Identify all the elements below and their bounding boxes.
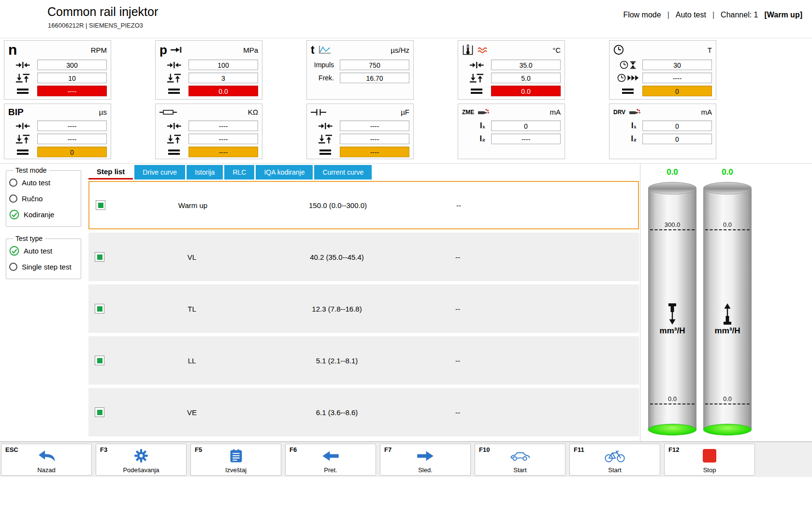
step-row-warm-up[interactable]: Warm up 150.0 (0.0--300.0) -- <box>88 181 639 229</box>
tab-rlc[interactable]: RLC <box>224 165 254 179</box>
option-label: Ručno <box>22 194 43 203</box>
i2-label: I₂ <box>462 134 491 143</box>
step-row-ll[interactable]: LL 5.1 (2.1--8.1) -- <box>88 336 639 385</box>
stop-icon <box>665 448 754 464</box>
page-title: Common rail injektor <box>47 5 158 19</box>
radio-icon[interactable] <box>9 263 17 271</box>
bip-actual-field: 0 <box>37 147 107 157</box>
test-type-title: Test type <box>13 235 45 242</box>
step-checkbox[interactable] <box>95 252 104 262</box>
impuls-label: Impuls <box>311 61 340 69</box>
bip-panel: BIP µs ---- ---- 0 <box>4 104 111 159</box>
step-name: VE <box>119 408 264 417</box>
step-row-ve[interactable]: VE 6.1 (3.6--8.6) -- <box>88 388 639 436</box>
stop-button[interactable]: F12 Stop <box>664 444 755 476</box>
option-label: Single step test <box>22 263 72 271</box>
step-row-vl[interactable]: VL 40.2 (35.0--45.4) -- <box>88 233 639 281</box>
zme-unit: mA <box>550 108 561 116</box>
actual-value-icon <box>160 88 188 94</box>
frek-label: Frek. <box>311 74 340 82</box>
tolerance-icon <box>8 74 37 83</box>
separator: | <box>712 11 714 19</box>
scale-min-mark: 0.0 <box>650 403 695 404</box>
fn-button-label: Sled. <box>380 466 470 474</box>
prethodni-button[interactable]: F6 Pret. <box>285 444 376 476</box>
test-mode-group: Test mode Auto test Ručno Kodiranje <box>6 166 81 227</box>
resistance-panel: KΩ ---- ---- ---- <box>155 104 262 159</box>
check-circle-icon[interactable] <box>9 209 19 220</box>
temperature-setpoint-field[interactable]: 35.0 <box>491 60 561 70</box>
tab-step-list[interactable]: Step list <box>88 165 133 179</box>
test-mode-option-rucno[interactable]: Ručno <box>9 191 78 207</box>
radio-icon[interactable] <box>9 194 17 203</box>
header-status-bar: Flow mode | Auto test | Channel: 1 [Warm… <box>623 11 802 19</box>
temperature-actual-field: 0.0 <box>491 86 561 96</box>
step-checkbox[interactable] <box>95 407 104 417</box>
tab-iqa-kodiranje[interactable]: IQA kodiranje <box>256 165 313 179</box>
podesavanja-button[interactable]: F3 Podešavanja <box>96 444 187 476</box>
frek-field[interactable]: 16.70 <box>340 73 409 83</box>
step-result: -- <box>410 201 507 209</box>
tab-current-curve[interactable]: Current curve <box>314 165 372 179</box>
step-range: 6.1 (3.6--8.6) <box>264 408 409 417</box>
rpm-setpoint-field[interactable]: 300 <box>37 60 107 70</box>
tab-istorija[interactable]: Istorija <box>187 165 223 179</box>
start-f11-button[interactable]: F11 Start <box>569 444 660 476</box>
pressure-setpoint-field[interactable]: 100 <box>188 60 258 70</box>
rpm-tolerance-field[interactable]: 10 <box>37 73 107 83</box>
step-row-tl[interactable]: TL 12.3 (7.8--16.8) -- <box>88 284 639 333</box>
test-mode-option-auto-test[interactable]: Auto test <box>9 175 78 191</box>
capacitor-icon <box>311 108 326 116</box>
resistance-tolerance-field[interactable]: ---- <box>188 134 258 144</box>
nazad-button[interactable]: ESC Nazad <box>1 444 92 476</box>
flow-meter-value: 0.0 <box>648 167 696 177</box>
check-circle-icon[interactable] <box>9 246 19 256</box>
sledeci-button[interactable]: F7 Sled. <box>380 444 471 476</box>
timer-actual-field: 0 <box>642 86 712 96</box>
drv-i1-field: 0 <box>642 120 712 131</box>
resistance-setpoint-field[interactable]: ---- <box>188 120 258 131</box>
bip-setpoint-field[interactable]: ---- <box>37 120 107 131</box>
i1-label: I₁ <box>613 121 642 130</box>
drv-panel: DRV mA I₁0 I₂0 <box>609 104 716 159</box>
injector-flow-down-icon <box>648 303 696 325</box>
radio-icon[interactable] <box>9 179 17 187</box>
timer-run-field[interactable]: ---- <box>642 73 712 83</box>
gear-icon <box>96 448 186 464</box>
heat-waves-icon <box>477 46 488 54</box>
capacitance-tolerance-field[interactable]: ---- <box>340 134 409 144</box>
fn-button-label: Start <box>570 466 660 474</box>
timer-setpoint-field[interactable]: 30 <box>642 60 712 70</box>
zme-i1-field: 0 <box>491 120 561 131</box>
izvestaj-button[interactable]: F5 Izveštaj <box>190 444 281 476</box>
bip-tolerance-field[interactable]: ---- <box>37 134 107 144</box>
step-checkbox[interactable] <box>95 356 104 365</box>
tab-drive-curve[interactable]: Drive curve <box>134 165 185 179</box>
temperature-panel: °C 35.0 5.0 0.0 <box>458 40 565 100</box>
test-type-option-auto-test[interactable]: Auto test <box>9 243 78 259</box>
option-label: Kodiranje <box>24 210 54 219</box>
capacitance-setpoint-field[interactable]: ---- <box>340 120 409 131</box>
test-type-group: Test type Auto test Single step test <box>6 235 81 279</box>
option-label: Auto test <box>22 179 50 187</box>
pressure-actual-field: 0.0 <box>188 86 258 96</box>
start-f10-button[interactable]: F10 Start <box>475 444 566 476</box>
resistor-icon <box>160 109 177 115</box>
step-checkbox[interactable] <box>95 304 104 314</box>
temperature-tolerance-field[interactable]: 5.0 <box>491 73 561 83</box>
impuls-field[interactable]: 750 <box>340 60 409 70</box>
pressure-tolerance-field[interactable]: 3 <box>188 73 258 83</box>
step-name: VL <box>119 253 264 261</box>
drv-symbol: DRV <box>613 109 625 116</box>
setpoint-icon <box>160 61 188 69</box>
step-range: 12.3 (7.8--16.8) <box>264 305 409 313</box>
pressure-panel: p MPa 100 3 0.0 <box>155 40 262 100</box>
step-checkbox[interactable] <box>96 200 105 210</box>
function-key-bar: ESC Nazad F3 Podešavanja F5 Izveštaj F6 … <box>0 441 812 477</box>
test-mode-option-kodiranje[interactable]: Kodiranje <box>9 207 78 223</box>
option-label: Auto test <box>24 247 52 255</box>
timing-unit: µs/Hz <box>391 46 409 54</box>
scale-max-mark: 0.0 <box>705 229 750 230</box>
tab-bar: Step list Drive curve Istorija RLC IQA k… <box>88 165 372 179</box>
test-type-option-single-step[interactable]: Single step test <box>9 259 78 275</box>
